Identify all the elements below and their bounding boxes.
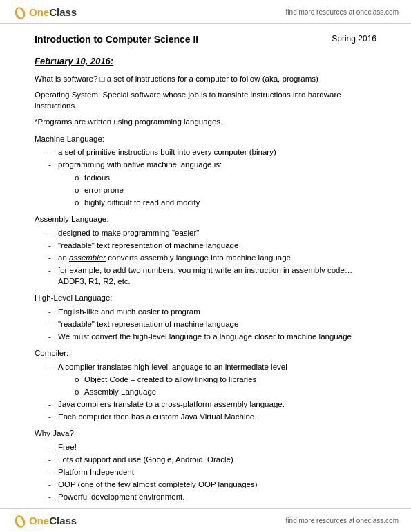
- list-item: for example, to add two numbers, you mig…: [48, 265, 376, 287]
- footer-logo: OneClass: [12, 513, 77, 528]
- machine-lang-list: a set of primitive instructions built in…: [48, 146, 376, 207]
- list-item: Platform Independent: [48, 466, 376, 477]
- list-item: We must convert the high-level language …: [48, 331, 376, 342]
- paragraph-1: What is software? □ a set of instruction…: [35, 73, 376, 85]
- logo-icon: [12, 4, 28, 19]
- assembly-lang-list: designed to make programming "easier" "r…: [48, 227, 376, 287]
- list-item: Lots of support and use (Google, Android…: [48, 454, 376, 465]
- machine-sub-list: tedious error prone highly difficult to …: [75, 172, 376, 208]
- list-item: an assembler converts assembly language …: [48, 252, 376, 263]
- logo: OneClass: [12, 4, 77, 19]
- footer-logo-icon: [12, 513, 28, 528]
- list-item: OOP (one of the few almost completely OO…: [48, 479, 376, 490]
- high-level-list: English-like and much easier to program …: [48, 306, 376, 342]
- doc-title: Introduction to Computer Science II: [35, 34, 198, 45]
- assembly-lang-heading: Assembly Language:: [35, 213, 376, 225]
- list-item: Each computer then has a custom Java Vir…: [48, 411, 376, 422]
- compiler-sub-list: Object Code – created to allow linking t…: [75, 374, 376, 397]
- list-item: "readable" text representation of machin…: [48, 240, 376, 251]
- doc-semester: Spring 2016: [332, 34, 376, 44]
- list-item: Powerful development environment.: [48, 491, 376, 502]
- list-item: A compiler translates high-level languag…: [48, 361, 376, 397]
- list-item: highly difficult to read and modify: [75, 197, 376, 208]
- high-level-heading: High-Level Language:: [35, 292, 376, 304]
- list-item: English-like and much easier to program: [48, 306, 376, 317]
- why-java-heading: Why Java?: [35, 428, 376, 439]
- list-item: tedious: [75, 172, 376, 183]
- machine-lang-heading: Machine Language:: [35, 133, 376, 145]
- list-item: "readable" text representation of machin…: [48, 319, 376, 330]
- list-item: a set of primitive instructions built in…: [48, 146, 376, 158]
- list-item: Assembly Language: [75, 386, 376, 397]
- content-area: Introduction to Computer Science II Spri…: [0, 24, 411, 515]
- list-item: Free!: [48, 441, 376, 453]
- footer-logo-text: OneClass: [29, 515, 77, 526]
- list-item: programming with native machine language…: [48, 159, 376, 207]
- paragraph-3: *Programs are written using programming …: [35, 116, 376, 128]
- list-item: Java compilers translate to a cross-plat…: [48, 399, 376, 410]
- list-item: designed to make programming "easier": [48, 227, 376, 238]
- logo-text: OneClass: [29, 6, 77, 18]
- list-item: Object Code – created to allow linking t…: [75, 374, 376, 385]
- header-tagline: find more resources at oneclass.com: [286, 8, 399, 16]
- compiler-heading: Compiler:: [35, 348, 376, 359]
- date-heading: February 10, 2016:: [35, 56, 376, 66]
- footer-bar: OneClass find more resources at oneclass…: [0, 508, 411, 532]
- doc-header: Introduction to Computer Science II Spri…: [35, 34, 376, 45]
- footer-tagline: find more resources at oneclass.com: [286, 517, 399, 524]
- header-bar: OneClass find more resources at oneclass…: [0, 0, 411, 24]
- compiler-list: A compiler translates high-level languag…: [48, 361, 376, 422]
- paragraph-2: Operating System: Special software whose…: [35, 89, 376, 112]
- list-item: error prone: [75, 184, 376, 196]
- why-java-list: Free! Lots of support and use (Google, A…: [48, 441, 376, 502]
